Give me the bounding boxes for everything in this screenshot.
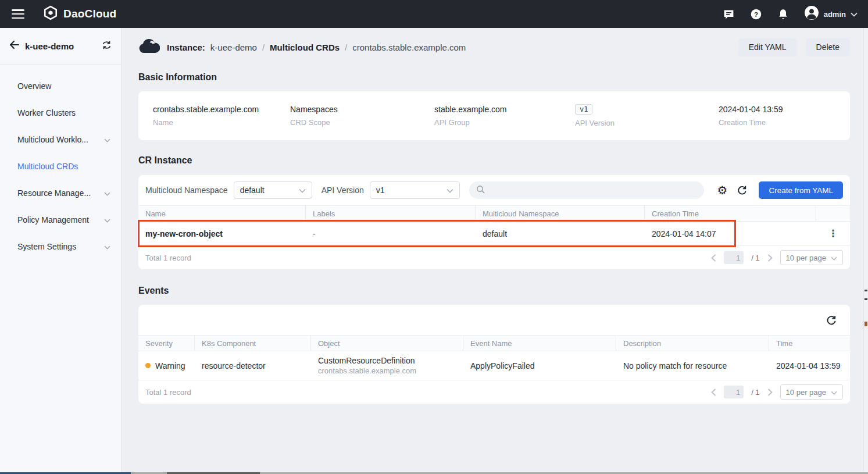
chevron-left-icon[interactable] <box>711 254 716 262</box>
sidebar-item-multicloud-crds[interactable]: Multicloud CRDs <box>0 153 121 180</box>
edit-yaml-button[interactable]: Edit YAML <box>738 38 797 56</box>
search-box[interactable] <box>469 181 705 199</box>
crd-scope-label: CRD Scope <box>290 118 434 127</box>
breadcrumb: Instance: k-uee-demo / Multicloud CRDs /… <box>167 42 466 52</box>
page-scrollbar[interactable] <box>863 28 868 474</box>
breadcrumb-separator: / <box>262 42 265 52</box>
chat-icon[interactable] <box>723 8 735 20</box>
cr-row-namespace: default <box>476 229 645 238</box>
kebab-menu-icon[interactable]: ⋮ <box>816 227 850 240</box>
basic-info-card: crontabs.stable.example.com Name Namespa… <box>138 91 850 140</box>
sidebar-item-overview[interactable]: Overview <box>0 73 121 99</box>
create-from-yaml-button[interactable]: Create from YAML <box>759 181 843 199</box>
event-severity: Warning <box>155 361 185 370</box>
api-version-select-value: v1 <box>376 186 446 195</box>
chevron-down-icon <box>104 215 110 224</box>
page-count: / 1 <box>751 254 759 262</box>
chevron-right-icon[interactable] <box>767 389 773 396</box>
brand[interactable]: DaoCloud <box>43 5 116 23</box>
event-object-name: crontabs.stable.example.com <box>318 366 456 375</box>
table-row: Warning resource-detector CustomResource… <box>138 351 850 380</box>
crd-name-label: Name <box>153 118 290 127</box>
api-version-select[interactable]: v1 <box>370 181 460 199</box>
search-input[interactable] <box>490 186 698 195</box>
sidebar-item-label: Overview <box>17 81 110 91</box>
column-header-event-name: Event Name <box>463 336 616 351</box>
event-component: resource-detector <box>195 361 311 370</box>
per-page-select[interactable]: 10 per page <box>780 384 843 400</box>
gear-icon[interactable]: ⚙ <box>715 184 730 196</box>
chevron-down-icon <box>446 186 453 195</box>
delete-button[interactable]: Delete <box>806 38 850 56</box>
sync-icon[interactable] <box>102 41 112 52</box>
per-page-select[interactable]: 10 per page <box>780 250 843 265</box>
sidebar-item-label: Worker Clusters <box>17 108 110 117</box>
main-content: Instance: k-uee-demo / Multicloud CRDs /… <box>122 28 868 474</box>
cr-instance-title: CR Instance <box>138 155 850 166</box>
scrollbar-mark <box>865 298 867 300</box>
column-header-actions <box>816 206 850 221</box>
breadcrumb-cluster[interactable]: k-uee-demo <box>210 42 257 52</box>
sidebar-item-system-settings[interactable]: System Settings <box>0 233 121 260</box>
sidebar-item-policy-management[interactable]: Policy Management <box>0 206 121 233</box>
per-page-value: 10 per page <box>786 254 826 262</box>
events-title: Events <box>138 286 850 296</box>
sidebar: k-uee-demo Overview Worker Clusters Mult… <box>0 28 122 474</box>
cr-table-header: Name Labels Multicloud Namespace Creatio… <box>138 205 850 222</box>
namespace-select[interactable]: default <box>234 181 312 199</box>
brand-name: DaoCloud <box>63 8 116 20</box>
page-count: / 1 <box>751 388 759 397</box>
api-version-label: API Version <box>575 119 719 127</box>
refresh-icon[interactable] <box>734 185 749 195</box>
crd-scope-value: Namespaces <box>290 105 434 114</box>
bell-icon[interactable] <box>777 8 789 20</box>
user-menu[interactable]: admin <box>804 5 858 23</box>
breadcrumb-current: crontabs.stable.example.com <box>352 42 466 52</box>
sidebar-item-worker-clusters[interactable]: Worker Clusters <box>0 99 121 126</box>
chevron-left-icon[interactable] <box>711 389 716 396</box>
back-arrow-icon[interactable] <box>9 41 19 51</box>
cr-instance-card: Multicloud Namespace default API Version… <box>138 175 850 269</box>
sidebar-item-label: Multicloud Worklo... <box>17 135 104 144</box>
scrollbar-mark <box>865 322 867 326</box>
api-version-filter-label: API Version <box>322 186 364 195</box>
namespace-select-value: default <box>240 186 299 195</box>
chevron-down-icon <box>831 388 837 397</box>
sidebar-item-label: System Settings <box>17 242 104 251</box>
cr-total-records: Total 1 record <box>145 254 191 262</box>
sidebar-item-label: Resource Manage... <box>17 188 104 198</box>
sidebar-item-resource-management[interactable]: Resource Manage... <box>0 180 121 206</box>
cr-row-name[interactable]: my-new-cron-object <box>138 229 306 238</box>
events-refresh-icon[interactable] <box>823 315 838 326</box>
cr-pagination: Total 1 record / 1 10 per page <box>138 246 850 269</box>
column-header-creation-time: Creation Time <box>645 206 816 221</box>
creation-time-label: Creation Time <box>719 118 835 127</box>
cluster-name: k-uee-demo <box>25 41 74 51</box>
column-header-object: Object <box>311 336 463 351</box>
chevron-down-icon <box>299 186 306 195</box>
basic-info-title: Basic Information <box>138 72 850 83</box>
page-input[interactable] <box>724 386 744 398</box>
events-total-records: Total 1 record <box>145 388 191 397</box>
events-card: Severity K8s Component Object Event Name… <box>138 305 850 404</box>
cr-row-creation-time: 2024-01-04 14:07 <box>645 229 816 238</box>
table-row[interactable]: my-new-cron-object - default 2024-01-04 … <box>138 222 850 246</box>
column-header-namespace: Multicloud Namespace <box>476 206 645 221</box>
chevron-down-icon <box>104 135 110 144</box>
creation-time-value: 2024-01-04 13:59 <box>719 105 835 114</box>
search-icon <box>476 185 485 196</box>
chevron-right-icon[interactable] <box>767 254 773 262</box>
event-name: ApplyPolicyFailed <box>463 361 616 370</box>
chevron-down-icon <box>851 9 858 19</box>
page-input[interactable] <box>724 251 744 264</box>
namespace-filter-label: Multicloud Namespace <box>145 186 228 195</box>
topbar: DaoCloud ? admin <box>0 0 868 28</box>
events-table-header: Severity K8s Component Object Event Name… <box>138 335 850 351</box>
help-icon[interactable]: ? <box>750 8 762 20</box>
sidebar-item-multicloud-workloads[interactable]: Multicloud Worklo... <box>0 126 121 153</box>
chevron-down-icon <box>104 242 110 251</box>
warning-dot-icon <box>145 363 151 368</box>
admin-username: admin <box>824 10 846 19</box>
breadcrumb-section[interactable]: Multicloud CRDs <box>270 42 340 52</box>
hamburger-icon[interactable] <box>12 9 24 19</box>
